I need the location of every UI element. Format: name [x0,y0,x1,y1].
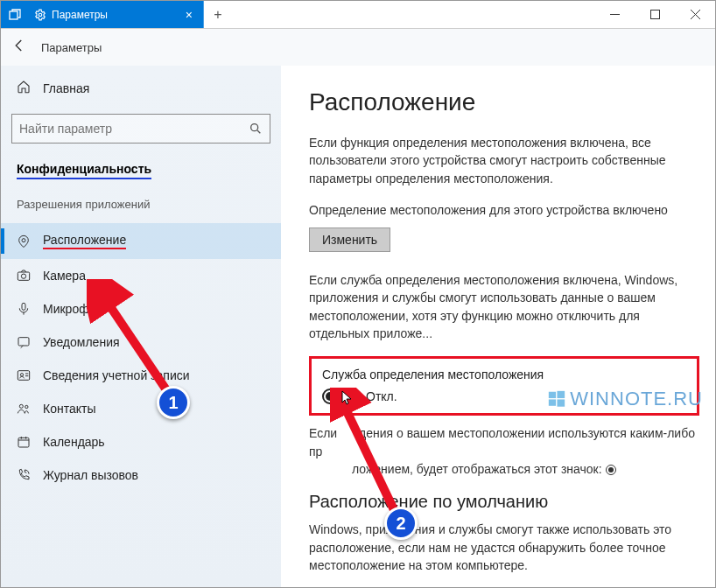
toggle-state-text: Откл. [366,389,397,403]
sidebar-item-notifications[interactable]: Уведомления [1,326,281,359]
svg-point-10 [20,374,23,376]
change-button[interactable]: Изменить [309,228,390,252]
location-indicator-icon [606,465,616,475]
svg-rect-5 [18,272,29,280]
sidebar-item-camera[interactable]: Камера [1,259,281,292]
active-tab[interactable]: Параметры × [29,1,204,28]
tab-close-icon[interactable]: × [182,8,196,22]
sidebar-item-label: Уведомления [43,335,120,349]
toggle-label: Служба определения местоположения [322,368,686,382]
svg-rect-13 [18,438,29,447]
sidebar-item-label: Сведения учетной записи [43,368,190,382]
gear-icon [34,9,46,21]
svg-point-1 [39,13,42,17]
svg-rect-2 [650,10,659,19]
sidebar-item-label: Камера [43,269,86,283]
breadcrumb: Параметры [41,41,102,54]
window-maximize-button[interactable] [635,1,675,28]
section-default-location: Расположение по умолчанию [309,492,699,512]
paragraph-service: Если служба определения местоположения в… [309,271,699,342]
sidebar-section-title: Конфиденциальность [17,162,151,179]
svg-rect-0 [10,11,18,19]
window-close-button[interactable] [675,1,715,28]
status-line: Определение местоположения для этого уст… [309,201,699,219]
tab-set-icon[interactable] [1,1,29,28]
sidebar-item-call-history[interactable]: Журнал вызовов [1,458,281,492]
call-history-icon [17,468,31,482]
search-icon [249,122,263,136]
calendar-icon [17,435,31,449]
location-icon [17,234,31,248]
notifications-icon [17,335,31,349]
sidebar-item-label: Календарь [43,435,105,449]
svg-point-12 [25,405,28,408]
page-title: Расположение [309,88,699,116]
paragraph-intro: Если функция определения местоположения … [309,134,699,187]
sidebar-item-location[interactable]: Расположение [1,223,281,259]
search-input[interactable] [19,122,249,136]
window-titlebar: Параметры × + [1,1,715,29]
sidebar-home-label: Главная [43,81,89,95]
svg-rect-7 [22,303,25,310]
highlight-box: Служба определения местоположения Откл. [309,356,699,416]
svg-rect-8 [18,338,29,346]
camera-icon [17,269,31,283]
titlebar-spacer [232,1,594,28]
sidebar-item-calendar[interactable]: Календарь [1,425,281,458]
sidebar-item-label: Контакты [43,402,95,416]
home-icon [17,80,31,96]
sidebar-item-label: Журнал вызовов [43,468,138,482]
svg-point-4 [22,238,25,242]
back-button[interactable] [11,38,27,58]
microphone-icon [17,302,31,316]
window-minimize-button[interactable] [594,1,635,28]
sidebar: Главная Конфиденциальность Разрешения пр… [1,66,281,587]
location-service-toggle[interactable] [322,388,357,404]
sidebar-item-account-info[interactable]: Сведения учетной записи [1,359,281,392]
svg-point-6 [21,274,25,278]
paragraph-default-location: Windows, приложения и службы смогут такж… [309,521,699,574]
account-info-icon [17,368,31,382]
sidebar-home[interactable]: Главная [1,73,281,103]
search-input-box[interactable] [11,114,270,144]
sidebar-subheading: Разрешения приложений [1,198,281,211]
new-tab-button[interactable]: + [204,1,232,28]
header-bar: Параметры [1,29,715,66]
sidebar-item-microphone[interactable]: Микрофон [1,292,281,326]
tab-title: Параметры [52,9,177,21]
main-content: Расположение Если функция определения ме… [281,66,715,587]
svg-point-3 [251,124,258,131]
sidebar-item-label: Расположение [43,233,126,249]
paragraph-icon-info: Если xxxдения о вашем местоположении исп… [309,424,699,478]
svg-point-11 [19,404,23,408]
sidebar-item-label: Микрофон [43,302,102,316]
sidebar-item-contacts[interactable]: Контакты [1,392,281,425]
contacts-icon [17,402,31,416]
